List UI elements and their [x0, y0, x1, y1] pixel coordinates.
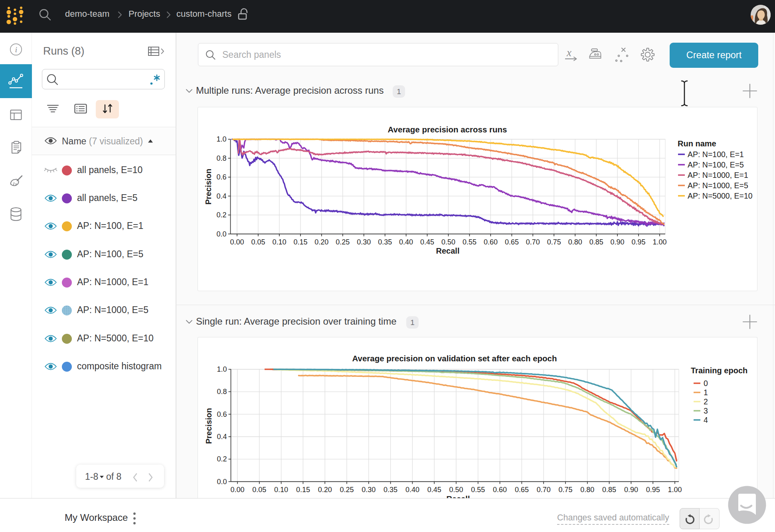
svg-text:0.05: 0.05	[252, 486, 266, 494]
svg-text:Average precision across runs: Average precision across runs	[388, 125, 507, 134]
svg-text:0.95: 0.95	[632, 238, 646, 246]
svg-text:0.0: 0.0	[216, 230, 226, 238]
svg-text:0.10: 0.10	[272, 238, 286, 246]
svg-text:0.0: 0.0	[217, 478, 227, 486]
svg-text:0.65: 0.65	[505, 238, 519, 246]
svg-text:0.80: 0.80	[568, 238, 582, 246]
svg-text:0.90: 0.90	[624, 486, 638, 494]
svg-text:0.15: 0.15	[296, 486, 310, 494]
svg-text:0.85: 0.85	[602, 486, 616, 494]
svg-text:0.20: 0.20	[314, 238, 328, 246]
svg-text:Training epoch: Training epoch	[691, 366, 747, 375]
svg-text:AP: N=1000, E=1: AP: N=1000, E=1	[688, 171, 748, 179]
svg-text:0.45: 0.45	[427, 486, 441, 494]
svg-text:Run name: Run name	[678, 139, 716, 148]
svg-text:0.30: 0.30	[362, 486, 376, 494]
svg-text:0.8: 0.8	[217, 388, 227, 396]
svg-text:AP: N=100, E=1: AP: N=100, E=1	[688, 150, 744, 159]
svg-text:4: 4	[704, 416, 708, 424]
svg-text:0.2: 0.2	[217, 455, 227, 463]
svg-text:0.25: 0.25	[336, 238, 350, 246]
svg-text:0.75: 0.75	[547, 238, 561, 246]
svg-text:1.00: 1.00	[652, 238, 666, 246]
svg-text:0.40: 0.40	[405, 486, 419, 494]
svg-text:0.45: 0.45	[420, 238, 434, 246]
svg-text:0.50: 0.50	[449, 486, 463, 494]
svg-text:0.60: 0.60	[493, 486, 507, 494]
svg-text:2: 2	[704, 397, 708, 406]
svg-text:0.70: 0.70	[526, 238, 540, 246]
svg-text:0.00: 0.00	[230, 486, 244, 494]
svg-text:0.05: 0.05	[251, 238, 265, 246]
svg-text:0.20: 0.20	[318, 486, 332, 494]
svg-text:0.50: 0.50	[441, 238, 455, 246]
svg-text:0.85: 0.85	[589, 238, 603, 246]
svg-text:0.75: 0.75	[558, 486, 572, 494]
svg-text:0.4: 0.4	[216, 192, 226, 200]
svg-text:1.0: 1.0	[217, 365, 227, 373]
svg-text:AP: N=100, E=5: AP: N=100, E=5	[688, 160, 744, 169]
svg-text:0.90: 0.90	[611, 238, 625, 246]
svg-text:0.8: 0.8	[216, 154, 226, 162]
svg-text:AP: N=5000, E=10: AP: N=5000, E=10	[688, 191, 753, 200]
svg-text:Recall: Recall	[447, 495, 470, 498]
svg-text:0.80: 0.80	[580, 486, 594, 494]
svg-text:Precision: Precision	[204, 169, 213, 205]
svg-text:i: i	[15, 45, 17, 54]
svg-text:3: 3	[704, 406, 708, 415]
svg-text:0.95: 0.95	[646, 486, 660, 494]
svg-text:0.55: 0.55	[471, 486, 485, 494]
svg-text:0.35: 0.35	[378, 238, 392, 246]
svg-text:0.2: 0.2	[216, 211, 226, 219]
svg-text:x: x	[566, 47, 571, 59]
svg-text:0.6: 0.6	[217, 410, 227, 418]
svg-text:1: 1	[704, 388, 708, 397]
svg-text:0.60: 0.60	[484, 238, 498, 246]
svg-text:1.0: 1.0	[216, 135, 226, 143]
svg-text:1.00: 1.00	[668, 486, 682, 494]
svg-text:0: 0	[704, 379, 708, 388]
svg-text:0.65: 0.65	[515, 486, 529, 494]
svg-text:0.25: 0.25	[340, 486, 354, 494]
svg-text:0.40: 0.40	[399, 238, 413, 246]
svg-text:0.70: 0.70	[537, 486, 551, 494]
svg-text:0.10: 0.10	[274, 486, 288, 494]
svg-text:0.6: 0.6	[216, 173, 226, 181]
svg-text:0.15: 0.15	[293, 238, 307, 246]
svg-text:Average precision on validatio: Average precision on validation set afte…	[352, 354, 557, 363]
svg-text:Recall: Recall	[436, 246, 460, 255]
svg-text:AP: N=1000, E=5: AP: N=1000, E=5	[688, 181, 748, 190]
svg-text:0.30: 0.30	[357, 238, 371, 246]
svg-text:0.00: 0.00	[230, 238, 244, 246]
svg-text:0.35: 0.35	[384, 486, 397, 494]
svg-text:0.4: 0.4	[217, 433, 227, 441]
svg-text:0.55: 0.55	[463, 238, 476, 246]
svg-text:Precision: Precision	[204, 408, 213, 444]
